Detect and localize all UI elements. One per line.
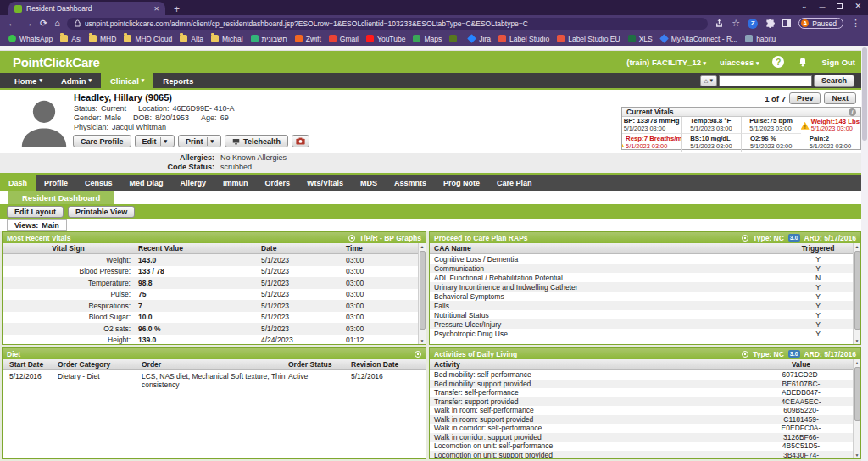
bookmark-item[interactable]: Label Studio EU — [557, 35, 620, 43]
print-button[interactable]: Print▾ — [178, 135, 221, 147]
extension-z-icon[interactable]: Z — [748, 19, 758, 29]
browser-tab[interactable]: Resident Dashboard ✕ — [8, 2, 165, 15]
window-maximize-button[interactable] — [837, 3, 843, 9]
printable-view-button[interactable]: Printable View — [68, 206, 135, 218]
bookmark-item[interactable]: Label Studio — [498, 35, 549, 43]
bookmark-item[interactable]: Maps — [413, 35, 442, 43]
bookmark-item[interactable]: Michal — [211, 35, 243, 43]
main-nav-item[interactable]: Clinical▾ — [101, 73, 153, 88]
bookmark-item[interactable]: MHD — [89, 35, 116, 43]
bookmark-favicon-icon — [449, 35, 457, 42]
bookmark-label: Label Studio — [509, 35, 549, 43]
views-label: Views: — [14, 221, 38, 230]
window-chevron-icon[interactable]: ⌄ — [801, 2, 808, 10]
report-icon[interactable] — [742, 351, 748, 358]
profile-paused-button[interactable]: A Paused — [798, 18, 843, 29]
new-tab-button[interactable]: + — [174, 3, 180, 15]
vitals-row: Temperature: 98.8 5/1/2023 03:00 — [3, 277, 426, 289]
tpr-bp-graphs-link[interactable]: T/P/R - BP Graphs — [359, 234, 421, 242]
window-minimize-button[interactable]: — — [819, 3, 825, 9]
forward-icon[interactable]: → — [24, 19, 33, 28]
bookmark-item[interactable]: Asi — [60, 35, 81, 43]
adl-row: Locomotion on unit: self-performance 4B5… — [430, 442, 860, 451]
rap-row: Urinary Incontinence and Indwelling Cath… — [430, 282, 860, 292]
bookmark-favicon-icon — [180, 35, 187, 42]
page-scrollbar[interactable] — [861, 46, 868, 461]
patient-name: Headley, Hillary (9065) — [74, 92, 172, 103]
home-icon: ⌂ — [704, 77, 709, 85]
report-icon[interactable] — [348, 235, 355, 242]
telehealth-button[interactable]: Telehealth — [225, 135, 288, 147]
next-button[interactable]: Next — [824, 92, 856, 104]
info-icon[interactable]: i — [849, 108, 856, 116]
clinical-tab[interactable]: Orders — [257, 175, 299, 191]
clinical-tab[interactable]: Care Plan — [488, 175, 541, 191]
main-nav-item[interactable]: Home▾ — [5, 73, 52, 88]
clinical-tab[interactable]: MDS — [352, 175, 386, 191]
bookmark-label: Asi — [71, 35, 81, 43]
side-panel-icon[interactable] — [782, 19, 791, 27]
bookmark-item[interactable]: habitu — [745, 35, 776, 43]
resident-dashboard-tab[interactable]: Resident Dashboard — [8, 191, 114, 204]
report-icon[interactable] — [415, 351, 421, 358]
bookmark-item[interactable]: YouTube — [366, 35, 405, 43]
bookmark-item[interactable]: MyAltaConnect - R... — [660, 35, 737, 43]
report-icon[interactable] — [742, 235, 748, 242]
page-scroll-thumb[interactable] — [862, 47, 867, 141]
bookmark-item[interactable]: חשבונית — [251, 35, 287, 43]
bookmark-item[interactable]: Alta — [180, 35, 203, 43]
browser-menu-icon[interactable]: ⋮ — [851, 19, 860, 28]
bookmark-item[interactable]: MHD Cloud — [124, 35, 172, 43]
clinical-tab[interactable]: Profile — [36, 175, 76, 191]
reload-icon[interactable]: ⟳ — [40, 19, 47, 28]
clinical-tab[interactable]: Assmnts — [386, 175, 435, 191]
notifications-bell-icon[interactable] — [798, 57, 808, 68]
pcc-header: PointClickCare (train) FACILITY_12 ▾ uia… — [0, 51, 868, 73]
main-nav-item[interactable]: Admin▾ — [52, 73, 101, 88]
prev-button[interactable]: Prev — [789, 92, 821, 104]
bookmark-item[interactable]: Gmail — [329, 35, 359, 43]
back-icon[interactable]: ← — [8, 19, 17, 28]
share-icon[interactable] — [715, 19, 724, 28]
vitals-row: Respirations: 7 5/1/2023 03:00 — [3, 300, 426, 312]
adl-row: Transfer: self-performance ABEDB047- — [430, 388, 860, 397]
ard-date: ARD: 5/17/2016 — [804, 234, 856, 242]
user-menu[interactable]: uiaccess ▾ — [720, 58, 759, 67]
help-icon[interactable]: ? — [772, 56, 784, 68]
clinical-tab[interactable]: Immun — [214, 175, 257, 191]
window-close-button[interactable]: ✕ — [854, 2, 861, 10]
edit-layout-button[interactable]: Edit Layout — [7, 206, 64, 218]
bookmark-item[interactable]: Zwift — [295, 35, 321, 43]
views-selector[interactable]: Views: Main — [7, 219, 67, 231]
extensions-puzzle-icon[interactable] — [765, 19, 775, 28]
panel-scrollbar[interactable]: ▲ ▼ — [853, 243, 860, 344]
edit-button[interactable]: Edit▾ — [135, 135, 175, 147]
clinical-tab[interactable]: Prog Note — [435, 175, 488, 191]
url-text: usnpint.pointclickcare.com/admin/client/… — [85, 19, 528, 28]
clinical-tab[interactable]: Allergy — [172, 175, 215, 191]
bookmark-item[interactable]: WhatsApp — [8, 35, 53, 43]
resident-search-input[interactable] — [719, 75, 812, 86]
bookmark-item[interactable] — [449, 35, 460, 42]
clinical-tab[interactable]: Dash — [0, 175, 36, 191]
home-icon[interactable]: ⌂ — [54, 19, 60, 28]
care-profile-button[interactable]: Care Profile — [73, 135, 131, 147]
code-status-value: scrubbed — [220, 163, 252, 171]
bookmark-star-icon[interactable]: ☆ — [732, 19, 740, 28]
address-bar[interactable]: usnpint.pointclickcare.com/admin/client/… — [67, 18, 708, 30]
clinical-tab[interactable]: Census — [76, 175, 121, 191]
panel-scrollbar[interactable]: ▲ ▼ — [853, 359, 860, 458]
bookmark-item[interactable]: Jira — [468, 35, 491, 43]
tab-close-icon[interactable]: ✕ — [153, 5, 159, 13]
facility-selector[interactable]: (train) FACILITY_12 ▾ — [626, 58, 706, 67]
photo-capture-button[interactable] — [292, 135, 309, 147]
clinical-tab[interactable]: Wts/Vitals — [298, 175, 352, 191]
main-nav-item[interactable]: Reports▾ — [153, 73, 203, 88]
clinical-tab[interactable]: Med Diag — [121, 175, 172, 191]
search-scope-button[interactable]: ⌂▾ — [700, 75, 717, 86]
bookmark-item[interactable]: XLS — [628, 35, 653, 43]
sign-out-link[interactable]: Sign Out — [821, 58, 855, 67]
search-button[interactable]: Search — [814, 75, 854, 87]
bookmark-label: habitu — [756, 35, 776, 43]
panel-scrollbar[interactable]: ▲ ▼ — [418, 243, 426, 344]
